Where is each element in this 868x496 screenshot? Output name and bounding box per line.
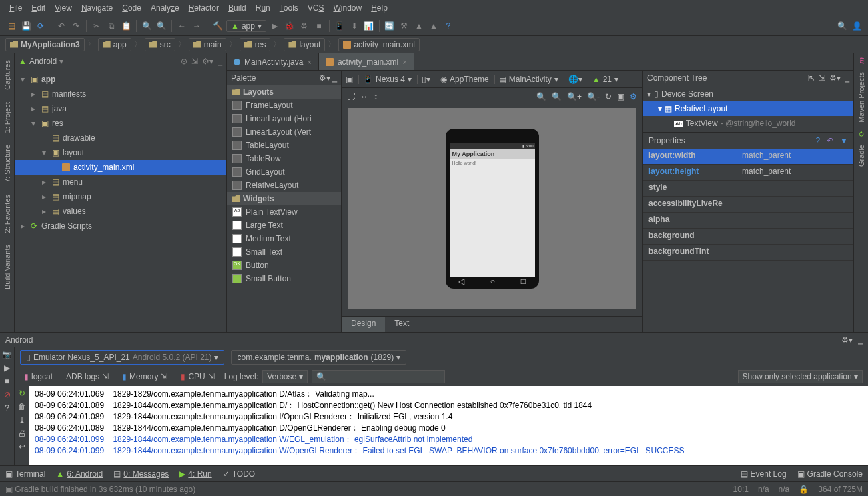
crumb-res[interactable]: res — [240, 38, 271, 51]
menu-view[interactable]: View — [51, 2, 76, 14]
palette-item[interactable]: RelativeLayout — [227, 179, 341, 192]
show-icon[interactable]: ▣ — [346, 75, 353, 84]
device-selector[interactable]: ▯Emulator Nexus_5_API_21 Android 5.0.2 (… — [20, 350, 224, 365]
logcat-output[interactable]: 08-09 06:24:01.069 1829-1829/com.example… — [29, 386, 868, 465]
debug-icon[interactable]: 🐞 — [284, 20, 296, 32]
menu-tools[interactable]: Tools — [276, 2, 302, 14]
loglevel-select[interactable]: Verbose ▾ — [262, 370, 307, 383]
tab-gradle-icon[interactable]: ⟳ — [855, 127, 867, 141]
tab-maven[interactable]: m — [856, 53, 867, 68]
tab-structure[interactable]: 7: Structure — [2, 141, 13, 187]
help-icon[interactable]: ? — [442, 20, 454, 32]
paste-icon[interactable]: 📋 — [120, 20, 132, 32]
crumb-src[interactable]: src — [145, 38, 175, 51]
help-icon[interactable]: ? — [5, 403, 9, 413]
menu-run[interactable]: Run — [252, 2, 274, 14]
palette-item[interactable]: LinearLayout (Vert — [227, 125, 341, 139]
fit-icon[interactable]: ↔ — [360, 92, 368, 101]
orientation-selector[interactable]: ▯▾ — [417, 75, 430, 84]
hide-icon[interactable]: ⎯ — [218, 57, 222, 66]
menu-refactor[interactable]: Refactor — [185, 2, 223, 14]
palette-item[interactable]: Medium Text — [227, 232, 341, 245]
menu-window[interactable]: Window — [329, 2, 366, 14]
palette-item[interactable]: TableLayout — [227, 139, 341, 152]
android-icon-3[interactable]: ▲ — [428, 20, 440, 32]
sync-gradle-icon[interactable]: 🔄 — [384, 20, 396, 32]
ddms-icon[interactable]: 📊 — [363, 20, 375, 32]
design-canvas[interactable]: ▮ 5:00 My Application Hello world! ◁○□ — [342, 105, 642, 316]
close-icon[interactable]: × — [402, 58, 406, 66]
palette-item[interactable]: TableRow — [227, 152, 341, 165]
close-icon[interactable]: ⊘ — [4, 390, 11, 399]
palette-item[interactable]: FrameLayout — [227, 99, 341, 112]
back-icon[interactable]: ← — [176, 20, 188, 32]
save-icon[interactable]: 💾 — [20, 20, 32, 32]
tab-gradle[interactable]: Gradle — [856, 141, 867, 171]
cpu-tab[interactable]: ▮CPU ⇲ — [177, 371, 218, 383]
android-icon-2[interactable]: ▲ — [413, 20, 425, 32]
log-filter-select[interactable]: Show only selected application ▾ — [738, 370, 863, 383]
activity-selector[interactable]: ▤ MainActivity▾ — [494, 75, 558, 84]
logcat-tab[interactable]: ▮logcat — [20, 371, 57, 383]
expand-icon[interactable]: ⛶ — [347, 92, 355, 101]
tab-project[interactable]: 1: Project — [2, 98, 13, 137]
print-icon[interactable]: 🖨 — [18, 429, 26, 438]
process-selector[interactable]: com.example.tenma.myapplication (1829) ▾ — [231, 350, 406, 365]
zoom-fit-icon[interactable]: 🔍 — [536, 92, 546, 101]
menu-analyze[interactable]: Analyze — [147, 2, 183, 14]
search-icon[interactable]: 🔍 — [836, 20, 848, 32]
locale-selector[interactable]: 🌐▾ — [564, 75, 582, 84]
component-tree[interactable]: ▾▯Device Screen ▾▦RelativeLayout AbTextV… — [643, 85, 853, 132]
refresh-icon[interactable]: ↻ — [605, 92, 612, 101]
gear-icon[interactable]: ⚙▾ — [319, 73, 330, 83]
gradle-console-tab[interactable]: ▣ Gradle Console — [797, 469, 863, 479]
menu-navigate[interactable]: Navigate — [77, 2, 117, 14]
replace-icon[interactable]: 🔍 — [155, 20, 167, 32]
redo-icon[interactable]: ↷ — [70, 20, 82, 32]
settings-icon[interactable]: ⚙ — [630, 92, 637, 101]
avd-icon[interactable]: 📱 — [334, 20, 346, 32]
messages-tab[interactable]: ▤ 0: Messages — [113, 469, 169, 479]
tab-build-variants[interactable]: Build Variants — [2, 241, 13, 293]
attach-icon[interactable]: ⚙ — [298, 20, 310, 32]
palette-item[interactable]: Large Text — [227, 219, 341, 232]
memory-tab[interactable]: ▮Memory ⇲ — [118, 371, 171, 383]
make-icon[interactable]: 🔨 — [211, 20, 224, 32]
screenshot-icon[interactable]: ▣ — [617, 92, 624, 101]
run-config-selector[interactable]: ▲ app ▾ — [226, 20, 266, 32]
copy-icon[interactable]: ⧉ — [105, 20, 117, 32]
crumb-layout[interactable]: layout — [284, 38, 325, 51]
forward-icon[interactable]: → — [191, 20, 203, 32]
theme-selector[interactable]: ◉ AppTheme — [436, 75, 489, 84]
run-icon[interactable]: ▶ — [269, 20, 281, 32]
tab-maven-label[interactable]: Maven Projects — [856, 68, 867, 127]
palette-item[interactable]: Small Text — [227, 245, 341, 259]
menu-vcs[interactable]: VCS — [304, 2, 328, 14]
tab-activity-main-xml[interactable]: activity_main.xml× — [319, 53, 414, 70]
api-selector[interactable]: ▲21▾ — [588, 75, 618, 84]
gear-icon[interactable]: ⚙▾ — [829, 73, 841, 83]
crumb-app[interactable]: app — [98, 38, 131, 51]
hide-icon[interactable]: ⎯ — [845, 73, 849, 83]
zoom-in-icon[interactable]: 🔍+ — [567, 92, 582, 101]
stop-icon[interactable]: ■ — [5, 377, 9, 386]
proj-struct-icon[interactable]: ⚒ — [398, 20, 410, 32]
expand-icon[interactable]: ⇱ — [808, 73, 815, 83]
design-tab[interactable]: Design — [342, 317, 385, 332]
camera-icon[interactable]: 📷 — [2, 350, 12, 359]
menu-build[interactable]: Build — [224, 2, 250, 14]
hide-icon[interactable]: ⎯ — [332, 73, 337, 83]
run-tab[interactable]: ▶ 4: Run — [179, 469, 211, 479]
target-icon[interactable]: ⊙ — [181, 57, 187, 66]
play-icon[interactable]: ▶ — [4, 363, 10, 373]
palette-item[interactable]: Small Button — [227, 272, 341, 285]
hide-icon[interactable]: ⎯ — [858, 335, 863, 345]
palette-item[interactable]: LinearLayout (Hori — [227, 112, 341, 125]
project-tree[interactable]: ▾▣app ▸▤manifests ▸▤java ▾▣res ▤drawable… — [15, 69, 226, 332]
device-selector[interactable]: 📱 Nexus 4▾ — [358, 75, 412, 84]
android-tab[interactable]: ▲ 6: Android — [56, 469, 103, 479]
filter-icon[interactable]: ▼ — [840, 136, 848, 145]
close-icon[interactable]: × — [307, 58, 311, 66]
text-tab[interactable]: Text — [385, 317, 418, 332]
zoom-out-icon[interactable]: 🔍- — [587, 92, 600, 101]
